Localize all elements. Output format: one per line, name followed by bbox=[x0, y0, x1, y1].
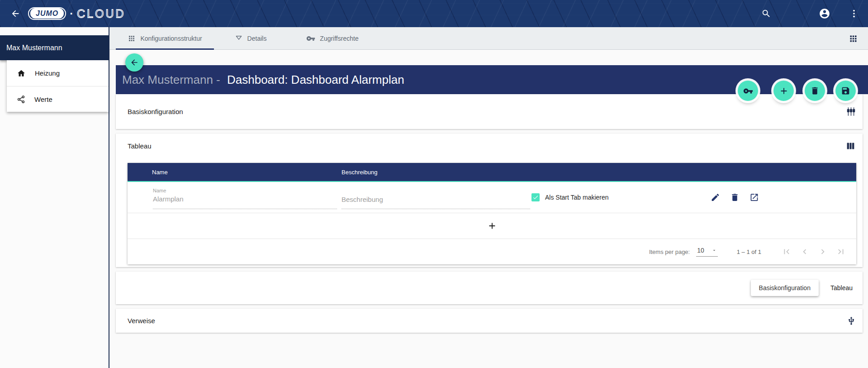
beschreibung-input[interactable] bbox=[342, 196, 530, 203]
sidebar-item-werte[interactable]: Werte bbox=[7, 86, 109, 112]
apps-grid-icon[interactable] bbox=[848, 33, 858, 43]
add-row-button[interactable] bbox=[128, 213, 856, 239]
sidebar-divider bbox=[109, 27, 109, 368]
paginator-range-label: 1 – 1 of 1 bbox=[737, 249, 761, 255]
share-icon bbox=[17, 95, 25, 104]
last-page-icon[interactable] bbox=[832, 243, 850, 261]
save-icon bbox=[841, 86, 850, 96]
grid-icon bbox=[128, 34, 136, 43]
sidebar-item-label: Werte bbox=[34, 96, 52, 103]
topbar: JUMO · CLOUD bbox=[0, 0, 868, 27]
edit-pencil-icon[interactable] bbox=[711, 193, 720, 202]
tab-label: Zugriffsrechte bbox=[320, 35, 358, 42]
svg-text:CLOUD: CLOUD bbox=[77, 7, 126, 20]
page-title-prefix: Max Mustermann - bbox=[122, 73, 220, 86]
tableau-button[interactable]: Tableau bbox=[826, 280, 857, 296]
sidebar-user-header: Max Mustermann bbox=[0, 35, 109, 60]
key-icon bbox=[306, 34, 315, 43]
page-title: Max Mustermann - Dashboard: Dashboard Al… bbox=[122, 73, 404, 87]
topbar-brand-group: JUMO · CLOUD bbox=[0, 5, 134, 22]
trash-icon bbox=[810, 86, 820, 96]
sidebar: Max Mustermann Heizung Werte bbox=[0, 27, 109, 368]
more-vert-icon[interactable] bbox=[846, 5, 862, 22]
tab-konfigurationsstruktur[interactable]: Konfigurationsstruktur bbox=[116, 27, 214, 49]
page-back-button[interactable] bbox=[125, 53, 143, 72]
verweise-section: Verweise bbox=[116, 309, 863, 333]
tableau-section: Tableau Name Beschreibung Name Als Start… bbox=[116, 134, 863, 267]
permissions-key-button[interactable] bbox=[738, 81, 758, 101]
column-header-beschreibung: Beschreibung bbox=[342, 169, 378, 176]
name-field: Name bbox=[153, 186, 337, 209]
back-arrow-icon bbox=[130, 58, 139, 67]
start-tab-checkbox-group: Als Start Tab makieren bbox=[531, 193, 609, 201]
tab-details[interactable]: Details bbox=[214, 27, 287, 49]
previous-page-icon[interactable] bbox=[796, 243, 814, 261]
page-size-value: 10 bbox=[697, 247, 704, 254]
table-row: Name Als Start Tab makieren bbox=[128, 182, 856, 213]
jumo-logo: JUMO bbox=[28, 7, 66, 20]
sidebar-menu: Heizung Werte bbox=[7, 60, 109, 112]
filter-icon bbox=[235, 34, 243, 43]
page-size-select[interactable]: 10 bbox=[696, 247, 718, 257]
cloud-logo-text: CLOUD bbox=[76, 6, 134, 21]
sidebar-user-name: Max Mustermann bbox=[6, 44, 62, 52]
usb-icon[interactable] bbox=[847, 316, 856, 325]
columns-icon[interactable] bbox=[846, 141, 855, 151]
topbar-back-icon[interactable] bbox=[7, 5, 24, 22]
paginator: Items per page: 10 1 – 1 of 1 bbox=[128, 239, 856, 264]
delete-button[interactable] bbox=[805, 81, 825, 101]
items-per-page-label: Items per page: bbox=[649, 249, 690, 255]
page-title-main: Dashboard: Dashboard Alarmplan bbox=[227, 73, 404, 86]
home-icon bbox=[17, 69, 26, 78]
basiskonfiguration-label: Basiskonfiguration bbox=[128, 108, 183, 115]
sliders-tune-icon[interactable] bbox=[846, 107, 856, 116]
column-header-name: Name bbox=[152, 169, 168, 176]
tab-label: Konfigurationsstruktur bbox=[140, 35, 202, 42]
footer-actions-section: Basiskonfiguration Tableau bbox=[116, 272, 863, 304]
jumo-logo-text: JUMO bbox=[30, 8, 64, 19]
basiskonfiguration-button[interactable]: Basiskonfiguration bbox=[751, 280, 819, 296]
row-actions bbox=[711, 193, 759, 202]
tab-label: Details bbox=[247, 35, 267, 42]
delete-row-icon[interactable] bbox=[730, 193, 740, 202]
open-in-new-icon[interactable] bbox=[749, 193, 759, 202]
tab-zugriffsrechte[interactable]: Zugriffsrechte bbox=[287, 27, 378, 49]
table-header-row: Name Beschreibung bbox=[128, 163, 856, 181]
first-page-icon[interactable] bbox=[778, 243, 796, 261]
name-field-floating-label: Name bbox=[153, 188, 337, 193]
next-page-icon[interactable] bbox=[814, 243, 832, 261]
key-icon bbox=[743, 86, 753, 96]
plus-icon bbox=[779, 86, 789, 96]
start-tab-checkbox[interactable] bbox=[531, 193, 540, 201]
search-icon[interactable] bbox=[758, 5, 774, 22]
plus-icon bbox=[487, 221, 497, 231]
name-input[interactable] bbox=[153, 195, 337, 203]
start-tab-checkbox-label: Als Start Tab makieren bbox=[545, 194, 609, 201]
beschreibung-field bbox=[342, 186, 530, 209]
sidebar-item-label: Heizung bbox=[35, 69, 60, 77]
sidebar-item-heizung[interactable]: Heizung bbox=[7, 60, 109, 86]
save-button[interactable] bbox=[835, 81, 856, 101]
tabbar: Konfigurationsstruktur Details Zugriffsr… bbox=[109, 27, 868, 50]
account-icon[interactable] bbox=[816, 5, 833, 22]
verweise-label: Verweise bbox=[128, 317, 155, 325]
tableau-table: Name Beschreibung Name Als Start Tab mak… bbox=[128, 163, 856, 264]
chevron-down-icon bbox=[711, 248, 717, 253]
logo-separator-dot: · bbox=[70, 7, 73, 20]
tableau-label: Tableau bbox=[128, 142, 152, 150]
add-button[interactable] bbox=[773, 81, 794, 101]
check-icon bbox=[532, 194, 539, 201]
